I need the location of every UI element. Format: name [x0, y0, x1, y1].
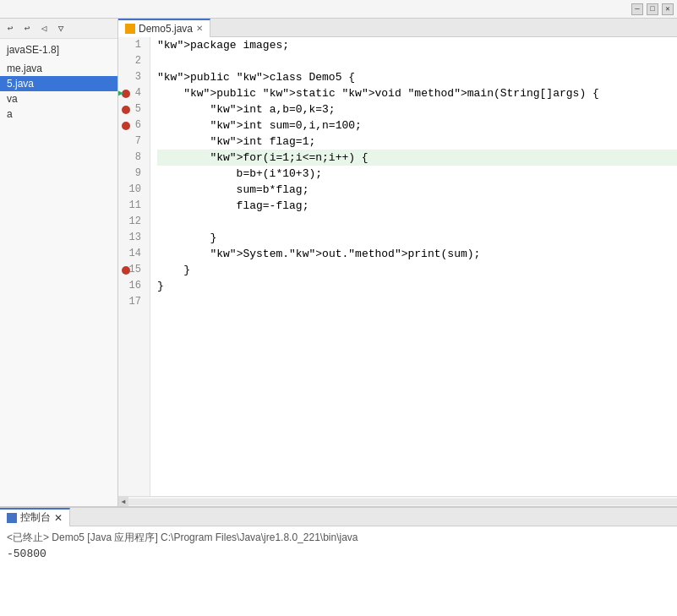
- tab-filename: Demo5.java: [139, 23, 193, 35]
- line-number-17: 17: [118, 294, 145, 310]
- code-editor[interactable]: 1234567891011121314151617 "kw">package i…: [118, 37, 677, 496]
- line-number-2: 2: [118, 53, 145, 69]
- code-line-12[interactable]: [157, 214, 677, 230]
- sidebar-icon-back[interactable]: ↩: [3, 22, 17, 35]
- code-line-15[interactable]: }: [157, 262, 677, 278]
- line-number-11: 11: [118, 198, 145, 214]
- line-number-16: 16: [118, 278, 145, 294]
- sidebar-item-a[interactable]: a: [0, 106, 117, 122]
- line-number-14: 14: [118, 246, 145, 262]
- line-number-1: 1: [118, 37, 145, 53]
- sidebar-toolbar: ↩ ↩ ◁ ▽: [0, 19, 117, 39]
- line-numbers: 1234567891011121314151617: [118, 37, 150, 496]
- console-panel: 控制台 ✕ <已终止> Demo5 [Java 应用程序] C:\Program…: [0, 506, 677, 616]
- code-line-9[interactable]: b=b+(i*10+3);: [157, 166, 677, 182]
- line-number-7: 7: [118, 134, 145, 150]
- minimize-button[interactable]: —: [631, 3, 643, 15]
- line-number-13: 13: [118, 230, 145, 246]
- line-number-12: 12: [118, 214, 145, 230]
- console-icon: [7, 513, 17, 523]
- scroll-left-arrow[interactable]: ◀: [118, 497, 128, 507]
- sidebar: ↩ ↩ ◁ ▽ javaSE-1.8] me.java 5.java va a: [0, 19, 118, 506]
- code-line-16[interactable]: }: [157, 278, 677, 294]
- line-number-5: 5: [118, 101, 145, 117]
- tab-close-button[interactable]: ✕: [196, 24, 203, 33]
- console-terminated-line: <已终止> Demo5 [Java 应用程序] C:\Program Files…: [7, 530, 670, 546]
- code-line-17[interactable]: [157, 294, 677, 310]
- sidebar-item-va[interactable]: va: [0, 91, 117, 106]
- java-file-icon: [125, 24, 135, 34]
- code-line-4[interactable]: "kw">public "kw">static "kw">void "metho…: [157, 85, 677, 101]
- line-number-9: 9: [118, 166, 145, 182]
- main-container: ↩ ↩ ◁ ▽ javaSE-1.8] me.java 5.java va a …: [0, 19, 677, 506]
- sidebar-icon-forward[interactable]: ↩: [20, 22, 34, 35]
- console-tab[interactable]: 控制台 ✕: [0, 508, 70, 526]
- console-tab-bar: 控制台 ✕: [0, 508, 677, 526]
- sidebar-item-demo5java[interactable]: 5.java: [0, 76, 117, 91]
- line-number-6: 6: [118, 117, 145, 134]
- close-button[interactable]: ✕: [662, 3, 674, 15]
- line-number-3: 3: [118, 69, 145, 85]
- code-line-3[interactable]: "kw">public "kw">class Demo5 {: [157, 69, 677, 85]
- sidebar-icon-menu[interactable]: ▽: [54, 22, 68, 35]
- editor-scrollbar[interactable]: ◀: [118, 496, 677, 506]
- title-bar: — □ ✕: [0, 0, 677, 19]
- console-content: <已终止> Demo5 [Java 应用程序] C:\Program Files…: [0, 526, 677, 616]
- code-line-6[interactable]: "kw">int sum=0,i,n=100;: [157, 117, 677, 134]
- code-line-7[interactable]: "kw">int flag=1;: [157, 134, 677, 150]
- line-number-15: 15: [118, 262, 145, 278]
- code-line-10[interactable]: sum=b*flag;: [157, 182, 677, 198]
- line-number-8: 8: [118, 150, 145, 166]
- line-number-10: 10: [118, 182, 145, 198]
- code-content[interactable]: "kw">package images;"kw">public "kw">cla…: [150, 37, 677, 496]
- code-line-5[interactable]: "kw">int a,b=0,k=3;: [157, 101, 677, 117]
- title-bar-controls[interactable]: — □ ✕: [631, 3, 674, 15]
- maximize-button[interactable]: □: [647, 3, 658, 15]
- code-line-1[interactable]: "kw">package images;: [157, 37, 677, 53]
- console-output-line: -50800: [7, 546, 670, 562]
- console-tab-close[interactable]: ✕: [54, 512, 63, 524]
- code-line-2[interactable]: [157, 53, 677, 69]
- line-number-4: 4: [118, 85, 145, 101]
- code-line-8[interactable]: "kw">for(i=1;i<=n;i++) {: [157, 150, 677, 166]
- tab-bar: Demo5.java ✕: [118, 19, 677, 37]
- editor-tab[interactable]: Demo5.java ✕: [118, 19, 210, 37]
- scrollbar-track[interactable]: [128, 499, 677, 505]
- sidebar-item-javasdk[interactable]: javaSE-1.8]: [0, 42, 117, 57]
- code-line-14[interactable]: "kw">System."kw">out."method">print(sum)…: [157, 246, 677, 262]
- code-line-13[interactable]: }: [157, 230, 677, 246]
- sidebar-items: javaSE-1.8] me.java 5.java va a: [0, 39, 117, 506]
- code-line-11[interactable]: flag=-flag;: [157, 198, 677, 214]
- sidebar-icon-prev[interactable]: ◁: [37, 22, 51, 35]
- sidebar-item-mejava[interactable]: me.java: [0, 61, 117, 76]
- editor-area: Demo5.java ✕ 1234567891011121314151617 "…: [118, 19, 677, 506]
- console-tab-label: 控制台: [20, 510, 51, 525]
